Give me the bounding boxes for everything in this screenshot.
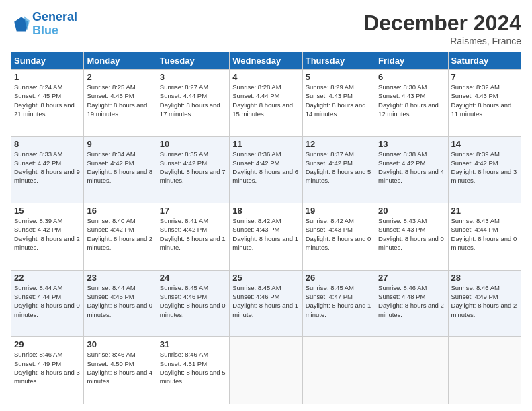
calendar-cell: 1Sunrise: 8:24 AMSunset: 4:45 PMDaylight… [11,70,84,137]
calendar-cell: 7Sunrise: 8:32 AMSunset: 4:43 PMDaylight… [448,70,521,137]
day-info: Sunrise: 8:38 AMSunset: 4:42 PMDaylight:… [378,150,445,185]
calendar-cell: 8Sunrise: 8:33 AMSunset: 4:42 PMDaylight… [11,136,84,203]
day-number: 6 [378,72,445,82]
calendar-cell: 5Sunrise: 8:29 AMSunset: 4:43 PMDaylight… [302,70,375,137]
day-info: Sunrise: 8:30 AMSunset: 4:43 PMDaylight:… [378,83,445,118]
calendar-cell: 28Sunrise: 8:46 AMSunset: 4:49 PMDayligh… [448,270,521,337]
day-info: Sunrise: 8:45 AMSunset: 4:47 PMDaylight:… [306,283,372,319]
calendar-cell: 4Sunrise: 8:28 AMSunset: 4:44 PMDaylight… [230,70,302,137]
day-info: Sunrise: 8:41 AMSunset: 4:42 PMDaylight:… [160,216,226,252]
day-number: 26 [306,273,372,283]
day-number: 17 [160,205,226,216]
day-number: 16 [87,205,153,216]
location: Raismes, France [363,36,521,46]
calendar-cell: 31Sunrise: 8:46 AMSunset: 4:51 PMDayligh… [157,337,229,404]
calendar-cell: 24Sunrise: 8:45 AMSunset: 4:46 PMDayligh… [157,270,229,337]
calendar-cell: 20Sunrise: 8:43 AMSunset: 4:43 PMDayligh… [375,203,448,271]
weekday-header-thursday: Thursday [302,52,375,70]
weekday-header-wednesday: Wednesday [230,52,302,70]
calendar-cell: 14Sunrise: 8:39 AMSunset: 4:42 PMDayligh… [448,136,521,203]
calendar-cell: 29Sunrise: 8:46 AMSunset: 4:49 PMDayligh… [11,337,84,404]
day-number: 24 [160,273,226,283]
header: GeneralBlue December 2024 Raismes, Franc… [11,11,521,46]
day-number: 15 [14,205,81,216]
day-info: Sunrise: 8:39 AMSunset: 4:42 PMDaylight:… [14,216,81,252]
calendar-cell: 13Sunrise: 8:38 AMSunset: 4:42 PMDayligh… [375,136,448,203]
day-info: Sunrise: 8:46 AMSunset: 4:50 PMDaylight:… [87,350,153,385]
weekday-header-monday: Monday [84,52,157,70]
day-info: Sunrise: 8:34 AMSunset: 4:42 PMDaylight:… [87,150,153,185]
day-number: 7 [451,72,518,82]
month-title: December 2024 [363,11,521,36]
day-info: Sunrise: 8:28 AMSunset: 4:44 PMDaylight:… [232,83,299,118]
day-info: Sunrise: 8:42 AMSunset: 4:43 PMDaylight:… [232,216,299,252]
calendar-cell [448,337,521,404]
calendar-cell: 27Sunrise: 8:46 AMSunset: 4:48 PMDayligh… [375,270,448,337]
logo-icon [11,15,30,34]
day-number: 8 [14,139,81,149]
day-number: 3 [160,72,226,82]
calendar-week-4: 22Sunrise: 8:44 AMSunset: 4:44 PMDayligh… [11,270,521,337]
weekday-header-saturday: Saturday [448,52,521,70]
day-number: 20 [378,205,445,216]
day-info: Sunrise: 8:44 AMSunset: 4:45 PMDaylight:… [87,283,153,319]
calendar-cell: 2Sunrise: 8:25 AMSunset: 4:45 PMDaylight… [84,70,157,137]
calendar-cell [375,337,448,404]
calendar-cell: 11Sunrise: 8:36 AMSunset: 4:42 PMDayligh… [230,136,302,203]
calendar-cell: 9Sunrise: 8:34 AMSunset: 4:42 PMDaylight… [84,136,157,203]
calendar-table: SundayMondayTuesdayWednesdayThursdayFrid… [11,52,521,404]
day-info: Sunrise: 8:46 AMSunset: 4:49 PMDaylight:… [451,283,518,319]
day-info: Sunrise: 8:36 AMSunset: 4:42 PMDaylight:… [232,150,299,185]
day-number: 30 [87,339,153,349]
calendar-cell: 22Sunrise: 8:44 AMSunset: 4:44 PMDayligh… [11,270,84,337]
calendar-cell [302,337,375,404]
day-info: Sunrise: 8:45 AMSunset: 4:46 PMDaylight:… [232,283,299,319]
day-number: 28 [451,273,518,283]
day-info: Sunrise: 8:39 AMSunset: 4:42 PMDaylight:… [451,150,518,185]
day-info: Sunrise: 8:27 AMSunset: 4:44 PMDaylight:… [160,83,226,118]
day-number: 31 [160,339,226,349]
day-info: Sunrise: 8:40 AMSunset: 4:42 PMDaylight:… [87,216,153,252]
weekday-header-friday: Friday [375,52,448,70]
page: GeneralBlue December 2024 Raismes, Franc… [0,0,532,411]
calendar-cell: 3Sunrise: 8:27 AMSunset: 4:44 PMDaylight… [157,70,229,137]
day-number: 12 [306,139,372,149]
day-info: Sunrise: 8:25 AMSunset: 4:45 PMDaylight:… [87,83,153,118]
calendar-cell: 23Sunrise: 8:44 AMSunset: 4:45 PMDayligh… [84,270,157,337]
day-info: Sunrise: 8:42 AMSunset: 4:43 PMDaylight:… [306,216,372,252]
calendar-week-1: 1Sunrise: 8:24 AMSunset: 4:45 PMDaylight… [11,70,521,137]
calendar-cell: 30Sunrise: 8:46 AMSunset: 4:50 PMDayligh… [84,337,157,404]
day-info: Sunrise: 8:43 AMSunset: 4:44 PMDaylight:… [451,216,518,252]
day-number: 21 [451,205,518,216]
calendar-cell: 21Sunrise: 8:43 AMSunset: 4:44 PMDayligh… [448,203,521,271]
weekday-header-sunday: Sunday [11,52,84,70]
day-number: 14 [451,139,518,149]
calendar-week-2: 8Sunrise: 8:33 AMSunset: 4:42 PMDaylight… [11,136,521,203]
day-number: 5 [306,72,372,82]
day-info: Sunrise: 8:37 AMSunset: 4:42 PMDaylight:… [306,150,372,185]
calendar-week-5: 29Sunrise: 8:46 AMSunset: 4:49 PMDayligh… [11,337,521,404]
day-number: 27 [378,273,445,283]
day-number: 19 [306,205,372,216]
day-number: 23 [87,273,153,283]
day-info: Sunrise: 8:44 AMSunset: 4:44 PMDaylight:… [14,283,81,319]
calendar-cell: 16Sunrise: 8:40 AMSunset: 4:42 PMDayligh… [84,203,157,271]
day-number: 1 [14,72,81,82]
day-info: Sunrise: 8:46 AMSunset: 4:48 PMDaylight:… [378,283,445,319]
calendar-week-3: 15Sunrise: 8:39 AMSunset: 4:42 PMDayligh… [11,203,521,271]
day-number: 2 [87,72,153,82]
day-number: 11 [232,139,299,149]
day-info: Sunrise: 8:46 AMSunset: 4:49 PMDaylight:… [14,350,81,385]
day-info: Sunrise: 8:45 AMSunset: 4:46 PMDaylight:… [160,283,226,319]
day-info: Sunrise: 8:29 AMSunset: 4:43 PMDaylight:… [306,83,372,118]
day-info: Sunrise: 8:35 AMSunset: 4:42 PMDaylight:… [160,150,226,185]
logo: GeneralBlue [11,11,77,38]
day-number: 29 [14,339,81,349]
day-number: 9 [87,139,153,149]
title-block: December 2024 Raismes, France [363,11,521,46]
calendar-cell: 12Sunrise: 8:37 AMSunset: 4:42 PMDayligh… [302,136,375,203]
day-number: 25 [232,273,299,283]
day-info: Sunrise: 8:43 AMSunset: 4:43 PMDaylight:… [378,216,445,252]
weekday-header-tuesday: Tuesday [157,52,229,70]
calendar-cell: 10Sunrise: 8:35 AMSunset: 4:42 PMDayligh… [157,136,229,203]
